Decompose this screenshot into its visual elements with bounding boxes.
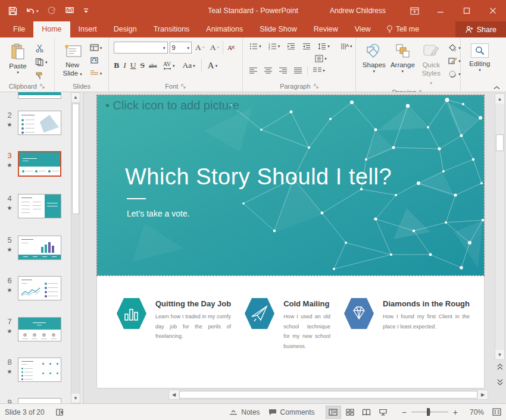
clipboard-dialog-launcher-icon[interactable] (40, 84, 45, 89)
redo-icon[interactable] (47, 7, 56, 15)
maximize-icon[interactable] (454, 0, 480, 21)
normal-view-button[interactable] (326, 406, 341, 419)
font-color-dropdown-icon[interactable]: ▾ (215, 64, 218, 68)
clear-formatting-button[interactable]: A (225, 42, 238, 53)
customize-qat-icon[interactable] (83, 8, 89, 14)
slide-canvas[interactable]: • Click icon to add picture Which Story … (97, 95, 484, 388)
previous-slide-button[interactable] (495, 361, 504, 372)
tab-insert[interactable]: Insert (70, 21, 105, 37)
fit-slide-to-window-icon[interactable] (492, 408, 501, 416)
align-center-button[interactable] (263, 66, 274, 75)
cut-button[interactable] (33, 43, 49, 54)
paragraph-dialog-launcher-icon[interactable] (314, 84, 319, 89)
vertical-scroll-thumb[interactable] (496, 134, 504, 151)
zoom-in-icon[interactable]: + (453, 408, 458, 416)
subscript-abc-button[interactable]: abc (149, 62, 157, 69)
scroll-down-icon[interactable]: ▼ (495, 350, 504, 359)
feature-quitting-day-job[interactable]: Quitting the Day Job Learn how I traded … (116, 297, 231, 352)
tab-slide-show[interactable]: Slide Show (251, 21, 305, 37)
slide-subtitle[interactable]: Let’s take a vote. (127, 209, 392, 218)
horizontal-scrollbar[interactable]: ◀ ▶ (168, 390, 488, 400)
thumb-scroll-thumb[interactable] (72, 104, 79, 214)
copy-dropdown-icon[interactable]: ▾ (45, 60, 48, 64)
underline-button[interactable]: U (130, 61, 136, 70)
align-left-button[interactable] (248, 66, 259, 75)
decrease-indent-button[interactable] (285, 42, 297, 51)
copy-button[interactable]: ▾ (33, 57, 49, 67)
format-painter-button[interactable] (33, 70, 49, 81)
collapse-ribbon-icon[interactable] (493, 86, 500, 90)
justify-button[interactable] (292, 66, 304, 75)
shape-effects-button[interactable]: ▾ (446, 69, 463, 79)
thumb-scroll-up-icon[interactable]: ▲ (71, 93, 80, 102)
increase-font-size-button[interactable]: A˄ (193, 42, 207, 54)
shape-outline-dropdown-icon[interactable]: ▾ (458, 59, 461, 63)
shape-fill-dropdown-icon[interactable]: ▾ (458, 46, 461, 50)
editing-dropdown-icon[interactable]: ▾ (479, 68, 481, 72)
start-from-beginning-icon[interactable] (64, 7, 75, 15)
align-right-button[interactable] (277, 66, 289, 75)
notes-toggle[interactable]: Notes (229, 408, 260, 416)
next-slide-button[interactable] (495, 377, 504, 387)
picture-placeholder[interactable]: • Click icon to add picture Which Story … (97, 95, 484, 275)
character-spacing-button[interactable]: AV ▾ (161, 59, 177, 71)
paste-button[interactable]: Paste▾ (5, 41, 31, 77)
scroll-left-icon[interactable]: ◀ (169, 390, 179, 399)
section-dropdown-icon[interactable]: ▾ (100, 71, 102, 76)
decrease-font-size-button[interactable]: A˅ (208, 42, 221, 54)
paste-dropdown-icon[interactable]: ▾ (17, 70, 19, 74)
font-size-combobox[interactable]: 9▾ (170, 42, 192, 54)
save-icon[interactable] (8, 7, 17, 15)
slide-title[interactable]: Which Story Should I tell? (125, 164, 392, 190)
vertical-scrollbar[interactable]: ▲ ▼ (495, 93, 505, 360)
reset-button[interactable] (88, 55, 104, 65)
comments-toggle[interactable]: Comments (268, 408, 315, 416)
shape-effects-dropdown-icon[interactable]: ▾ (458, 72, 461, 76)
tab-home[interactable]: Home (33, 21, 70, 37)
zoom-slider[interactable] (411, 412, 448, 412)
close-icon[interactable] (480, 0, 506, 21)
thumbnail-scrollbar[interactable]: ▲ ▼ (71, 92, 80, 403)
align-text-button[interactable]: ▾ (313, 54, 329, 64)
account-user-name[interactable]: Andrew Childress (330, 7, 386, 15)
feature-cold-mailing[interactable]: Cold Mailing How I used an old school te… (244, 297, 330, 352)
shape-fill-button[interactable]: ▾ (446, 43, 463, 53)
layout-dropdown-icon[interactable]: ▾ (100, 46, 102, 50)
slide-sorter-view-button[interactable] (342, 406, 358, 419)
bold-button[interactable]: B (114, 61, 119, 70)
font-name-combobox[interactable]: ▾ (114, 42, 167, 54)
numbering-button[interactable]: 123▾ (267, 42, 282, 51)
arrange-button[interactable]: Arrange▾ (389, 41, 416, 76)
tab-animations[interactable]: Animations (198, 21, 251, 37)
horizontal-scroll-thumb[interactable] (179, 391, 477, 399)
tab-file[interactable]: File (5, 21, 33, 37)
zoom-out-icon[interactable]: − (402, 408, 407, 416)
arrange-dropdown-icon[interactable]: ▾ (402, 69, 404, 73)
change-case-button[interactable]: Aa▾ (181, 59, 197, 71)
spell-check-icon[interactable] (55, 408, 65, 416)
slide-counter[interactable]: Slide 3 of 20 (5, 408, 45, 416)
zoom-percentage[interactable]: 70% (466, 408, 484, 416)
quick-styles-button[interactable]: QuickStyles ▾ (418, 41, 444, 89)
share-button[interactable]: Share (455, 21, 506, 37)
increase-indent-button[interactable] (301, 42, 313, 51)
feature-diamonds-rough[interactable]: Diamonds in the Rough How I found my fir… (343, 297, 470, 352)
font-color-button[interactable]: A▾ (206, 59, 219, 72)
undo-icon[interactable]: ▾ (26, 7, 39, 15)
slide-show-view-button[interactable] (376, 406, 391, 419)
minimize-icon[interactable] (427, 0, 454, 21)
shapes-button[interactable]: Shapes▾ (361, 41, 387, 76)
bullets-button[interactable]: ▾ (248, 42, 263, 51)
thumb-scroll-down-icon[interactable]: ▼ (71, 394, 80, 403)
new-slide-dropdown-icon[interactable]: ▾ (80, 72, 82, 76)
text-direction-button[interactable]: A▾ (339, 41, 354, 51)
scroll-right-icon[interactable]: ▶ (478, 390, 488, 399)
italic-button[interactable]: I (123, 61, 126, 70)
strikethrough-button[interactable]: S (140, 61, 145, 70)
tab-design[interactable]: Design (105, 21, 145, 37)
line-spacing-button[interactable]: ▾ (316, 42, 332, 51)
editing-button[interactable]: Editing▾ (466, 41, 493, 74)
shape-outline-button[interactable]: ▾ (446, 56, 463, 66)
columns-button[interactable]: ▾ (311, 66, 327, 75)
new-slide-button[interactable]: NewSlide ▾ (60, 41, 86, 80)
